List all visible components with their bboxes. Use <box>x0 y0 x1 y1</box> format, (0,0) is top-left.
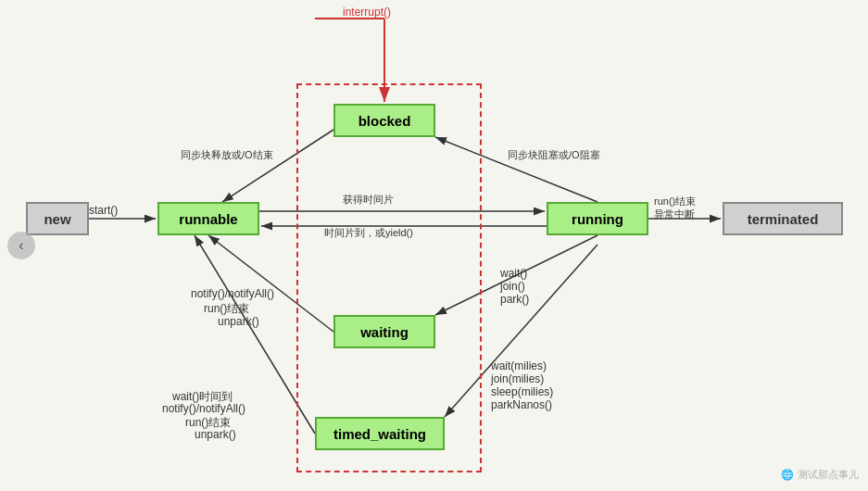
label-wait-milies: wait(milies) <box>491 359 547 372</box>
state-running: running <box>547 202 648 235</box>
label-unpark: unpark() <box>218 315 259 328</box>
watermark-text: 测试那点事儿 <box>798 468 859 482</box>
label-notify-all2: notify()/notifyAll() <box>162 402 245 415</box>
label-runnable-to-blocked: 同步块阻塞或/O阻塞 <box>508 148 600 162</box>
watermark-icon: 🌐 <box>781 469 794 481</box>
label-parkNanos: parkNanos() <box>491 398 552 411</box>
state-terminated: terminated <box>723 202 843 235</box>
state-blocked: blocked <box>333 104 435 137</box>
label-timeslice-end: 时间片到，或yield() <box>324 226 413 240</box>
dashed-region <box>296 83 482 472</box>
state-new: new <box>26 202 89 235</box>
watermark: 🌐 测试那点事儿 <box>781 468 859 482</box>
label-notify-all: notify()/notifyAll() <box>191 287 274 300</box>
label-interrupt: interrupt() <box>343 6 391 19</box>
state-timed-waiting: timed_waiting <box>315 417 445 450</box>
diagram-container: new runnable blocked running terminated … <box>0 0 868 491</box>
svg-line-10 <box>435 137 598 202</box>
svg-line-9 <box>222 130 333 202</box>
state-waiting: waiting <box>333 315 435 348</box>
label-blocked-to-runnable: 同步块释放或/O结束 <box>181 148 273 162</box>
label-sleep-milies: sleep(milies) <box>491 385 553 398</box>
state-runnable: runnable <box>157 202 259 235</box>
label-start: start() <box>89 204 118 217</box>
label-unpark2: unpark() <box>195 428 236 441</box>
label-join: join() <box>500 280 525 293</box>
label-park: park() <box>500 293 529 306</box>
nav-back-button[interactable]: ‹ <box>7 232 35 259</box>
label-get-timeslice: 获得时间片 <box>343 193 394 207</box>
label-run-end: run()结束 <box>654 195 696 208</box>
label-wait: wait() <box>500 267 527 280</box>
label-join-milies: join(milies) <box>491 372 544 385</box>
label-exception: 异常中断 <box>654 208 695 221</box>
